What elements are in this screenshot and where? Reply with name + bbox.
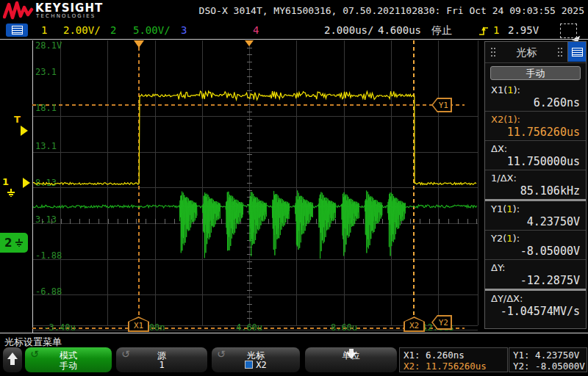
trigger-source[interactable]: 1 bbox=[493, 24, 499, 37]
hamburger-icon bbox=[572, 48, 583, 57]
v-scale-label: 3.13 bbox=[35, 215, 57, 224]
sidebar-title: 光标 bbox=[485, 46, 568, 59]
gridline-v bbox=[60, 40, 61, 325]
gridline-v bbox=[202, 40, 203, 325]
readout-delta-x: ΔX: 11.750000us bbox=[485, 141, 586, 170]
t-scale-label: -3.40u bbox=[43, 324, 75, 332]
gridline-h bbox=[32, 187, 478, 188]
ch1-ground-marker[interactable]: 1 bbox=[2, 176, 15, 197]
drag-grip-icon[interactable] bbox=[558, 48, 562, 57]
source-softkey-button[interactable]: ↺ 源 1 bbox=[116, 347, 207, 372]
trigger-level[interactable]: 2.95V bbox=[508, 24, 539, 37]
readout-x1: X1(1): 6.260ns bbox=[485, 82, 586, 112]
sidebar-header[interactable]: 光标 bbox=[485, 42, 586, 63]
time-reference-marker-icon bbox=[245, 40, 254, 46]
gridline-v bbox=[391, 40, 392, 325]
plot-left-edge bbox=[32, 40, 33, 333]
brand-subtitle: TECHNOLOGIES bbox=[36, 13, 96, 19]
ch1-scale[interactable]: 2.00V/ bbox=[63, 24, 101, 37]
cursor-x1-line[interactable] bbox=[138, 40, 140, 325]
readout-delta-y: ΔY: -12.2875V bbox=[485, 260, 586, 291]
gridline-h bbox=[32, 152, 478, 153]
mode-softkey-button[interactable]: ↺ 模式 手动 bbox=[25, 347, 112, 372]
readout-inv-delta-x: 1/ΔX: 85.106kHz bbox=[485, 170, 586, 201]
v-scale-label: -6.88 bbox=[35, 287, 62, 296]
gridline-h bbox=[32, 259, 478, 260]
selected-square-icon bbox=[245, 361, 253, 369]
run-state: 停止 bbox=[431, 24, 452, 37]
v-scale-label: 23.1 bbox=[35, 68, 57, 76]
gridline-v bbox=[107, 40, 108, 325]
cursor-y1-tag[interactable]: Y1 bbox=[431, 98, 452, 112]
gridline-v bbox=[344, 40, 345, 325]
keysight-logo-icon bbox=[3, 1, 34, 21]
trigger-edge-icon[interactable] bbox=[478, 24, 489, 37]
menu-back-button[interactable] bbox=[3, 347, 22, 372]
ch2-scale[interactable]: 5.00V/ bbox=[133, 24, 171, 37]
up-arrow-icon bbox=[7, 352, 18, 359]
gridline-v bbox=[155, 40, 156, 325]
cursor-mode-button[interactable]: 手动 bbox=[490, 66, 581, 80]
ch4-number[interactable]: 4 bbox=[253, 24, 259, 37]
oscilloscope-screen: KEYSIGHT TECHNOLOGIES DSO-X 3014T, MY615… bbox=[0, 0, 588, 376]
cursor-softkey-button[interactable]: ↺ 光标 X2 bbox=[212, 347, 300, 372]
t-scale-label: 4.60u bbox=[236, 324, 262, 332]
plot-right-edge bbox=[478, 40, 478, 325]
waveform-plot: 28.1V 23.1 18.1 13.1 8.13 3.13 -1.88 -6.… bbox=[0, 40, 484, 333]
v-scale-label: 8.13 bbox=[35, 178, 57, 187]
center-axis-ticks-horizontal bbox=[32, 219, 478, 224]
sidebar-menu-icon[interactable] bbox=[567, 42, 586, 62]
v-scale-label: -1.88 bbox=[35, 251, 62, 260]
softkey-menu-bar: 光标设置菜单 ↺ 模式 手动 ↺ 源 1 ↺ 光标 X2 单位 X1: 6.26… bbox=[0, 333, 588, 376]
gridline-v bbox=[438, 40, 439, 325]
readout-slope: ΔY/ΔX: -1.04574MV/s bbox=[485, 291, 586, 319]
trigger-level-arrow-icon bbox=[21, 126, 28, 136]
ch1-ground-icon bbox=[7, 189, 15, 197]
timebase-delay[interactable]: 4.600us bbox=[378, 24, 421, 37]
ch1-number[interactable]: 1 bbox=[41, 24, 47, 37]
readout-x2: X2(1): 11.756260us bbox=[485, 112, 586, 141]
ch1-arrow-icon bbox=[23, 178, 30, 188]
title-bar: KEYSIGHT TECHNOLOGIES DSO-X 3014T, MY615… bbox=[0, 0, 588, 21]
gridline-h bbox=[32, 116, 478, 117]
trigger-level-marker[interactable]: T bbox=[14, 114, 28, 136]
ch2-number[interactable]: 2 bbox=[110, 24, 116, 37]
v-scale-label: 18.1 bbox=[35, 104, 57, 112]
readout-y2: Y2(1): -8.05000V bbox=[485, 231, 586, 260]
gridline-v bbox=[296, 40, 297, 325]
t-scale-label: 8.60u bbox=[331, 324, 357, 332]
readout-y1: Y1(1): 4.23750V bbox=[485, 201, 586, 231]
ch2-ground-marker[interactable]: 2 bbox=[0, 233, 28, 253]
cursor-x2-tag[interactable]: X2 bbox=[404, 317, 425, 332]
v-scale-label: 13.1 bbox=[35, 142, 57, 151]
cursor-x2-line[interactable] bbox=[413, 40, 415, 325]
v-scale-label: 28.1V bbox=[35, 41, 62, 50]
separator-line-top bbox=[0, 39, 588, 40]
ch3-number[interactable]: 3 bbox=[181, 24, 187, 37]
main-menu-icon[interactable] bbox=[6, 24, 28, 37]
ch2-ground-icon bbox=[15, 239, 24, 247]
hamburger-icon bbox=[12, 26, 23, 35]
channel-status-bar: 1 2.00V/ 2 5.00V/ 3 4 2.000us/ 4.600us 停… bbox=[0, 21, 588, 39]
scope-title: DSO-X 3014T, MY61500316, 07.50.202110283… bbox=[199, 5, 584, 16]
cursor-y1-line[interactable] bbox=[32, 104, 465, 106]
pointer-select-icon[interactable] bbox=[560, 24, 577, 38]
center-axis-ticks-vertical bbox=[247, 40, 252, 325]
units-softkey-button[interactable]: 单位 bbox=[305, 347, 397, 372]
timebase-scale[interactable]: 2.000us/ bbox=[324, 24, 373, 37]
x-cursor-readout-panel: X1: 6.260ns X2: 11.756260us bbox=[399, 347, 508, 372]
trigger-time-marker-icon[interactable] bbox=[134, 40, 144, 48]
gridline-h bbox=[32, 294, 478, 295]
cursor-x1-tag[interactable]: X1 bbox=[128, 317, 149, 332]
cursor-sidebar: 光标 手动 X1(1): 6.260ns X2(1): 11.756260us … bbox=[484, 41, 587, 329]
y-cursor-readout-panel: Y1: 4.23750V Y2: -8.05000V bbox=[509, 347, 587, 372]
